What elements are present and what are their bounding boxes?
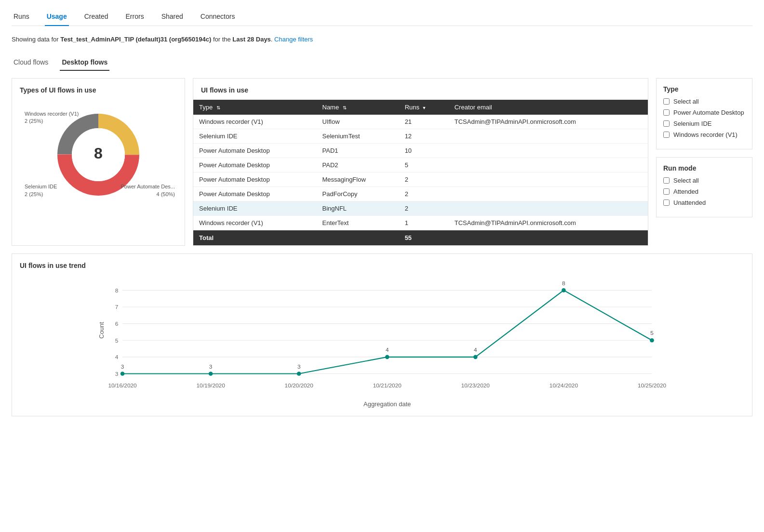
cell-name-2: PAD1 [317, 144, 399, 158]
donut-center-value: 8 [94, 145, 103, 162]
table-row[interactable]: Power Automate DesktopMessagingFlow2 [193, 173, 648, 187]
flow-tab-cloud-flows[interactable]: Cloud flows [12, 54, 50, 71]
run-mode-checkbox-1[interactable] [663, 188, 670, 195]
table-footer-row: Total 55 [193, 230, 648, 246]
run-mode-filter-option-0[interactable]: Select all [663, 177, 745, 184]
type-filter-label-0: Select all [673, 98, 699, 105]
data-label-5: 8 [562, 280, 565, 287]
trend-title: UI flows in use trend [20, 262, 744, 269]
cell-runs-0: 21 [399, 115, 449, 129]
donut-chart-container: 8 Windows recorder (V1) 2 (25%) Selenium… [20, 102, 177, 208]
env-name: Test_test_AdminAPI_TIP (default)31 (org5… [60, 36, 211, 43]
donut-title: Types of UI flows in use [20, 86, 177, 94]
table-row[interactable]: Power Automate DesktopPadForCopy2 [193, 187, 648, 201]
table-row[interactable]: Windows recorder (V1)EnterText1TCSAdmin@… [193, 216, 648, 230]
col-email: Creator email [449, 100, 648, 115]
x-label-0: 10/16/2020 [108, 382, 137, 389]
nav-item-shared[interactable]: Shared [160, 8, 185, 26]
cell-name-1: SeleniumTest [317, 129, 399, 144]
data-label-3: 4 [386, 346, 389, 353]
type-filter-option-0[interactable]: Select all [663, 98, 745, 105]
y-axis-label: Count [98, 322, 105, 339]
type-filter-option-3[interactable]: Windows recorder (V1) [663, 131, 745, 138]
type-filter-label-1: Power Automate Desktop [673, 109, 744, 116]
cell-type-1: Selenium IDE [193, 129, 317, 144]
table-header-row: Type ⇅ Name ⇅ Runs ▼ Creator email [193, 100, 648, 115]
subtitle-mid: for the [211, 36, 232, 43]
cell-email-3 [449, 158, 648, 173]
donut-panel: Types of UI flows in use 8 [12, 78, 185, 246]
subtitle-bar: Showing data for Test_test_AdminAPI_TIP … [12, 36, 752, 43]
flow-tabs: Cloud flowsDesktop flows [12, 54, 752, 70]
y-tick-7: 7 [115, 304, 119, 310]
x-label-4: 10/23/2020 [461, 382, 490, 389]
cell-name-6: BingNFL [317, 201, 399, 216]
trend-chart-area: 345678Count310/16/2020310/19/2020310/20/… [20, 273, 744, 408]
cell-type-2: Power Automate Desktop [193, 144, 317, 158]
type-filter-option-1[interactable]: Power Automate Desktop [663, 109, 745, 116]
table-row[interactable]: Selenium IDESeleniumTest12 [193, 129, 648, 144]
data-point-0 [121, 372, 125, 376]
footer-total: 55 [399, 230, 449, 246]
y-tick-5: 5 [115, 337, 119, 344]
run-mode-filter-section: Run mode Select allAttendedUnattended [656, 157, 752, 217]
cell-name-4: MessagingFlow [317, 173, 399, 187]
nav-item-connectors[interactable]: Connectors [199, 8, 237, 26]
nav-item-usage[interactable]: Usage [45, 8, 69, 26]
cell-type-0: Windows recorder (V1) [193, 115, 317, 129]
sort-icon-type: ⇅ [216, 105, 220, 110]
table-row[interactable]: Power Automate DesktopPAD110 [193, 144, 648, 158]
cell-name-5: PadForCopy [317, 187, 399, 201]
nav-item-created[interactable]: Created [82, 8, 110, 26]
table-row[interactable]: Windows recorder (V1)UIflow21TCSAdmin@TI… [193, 115, 648, 129]
top-navigation: RunsUsageCreatedErrorsSharedConnectors [12, 8, 752, 26]
col-type[interactable]: Type ⇅ [193, 100, 317, 115]
legend-power: Power Automate Des... 4 (50%) [121, 183, 175, 198]
table-panel: UI flows in use Type ⇅ Name ⇅ Runs ▼ Cre… [193, 78, 648, 246]
cell-email-0: TCSAdmin@TIPAdminAPI.onmicrosoft.com [449, 115, 648, 129]
col-name[interactable]: Name ⇅ [317, 100, 399, 115]
main-content: Types of UI flows in use 8 [12, 78, 752, 246]
x-label-2: 10/20/2020 [285, 382, 314, 389]
cell-type-3: Power Automate Desktop [193, 158, 317, 173]
flow-tab-desktop-flows[interactable]: Desktop flows [60, 54, 109, 71]
nav-item-runs[interactable]: Runs [12, 8, 31, 26]
type-filter-checkbox-2[interactable] [663, 120, 670, 127]
x-label-1: 10/19/2020 [197, 382, 226, 389]
cell-runs-7: 1 [399, 216, 449, 230]
table-row[interactable]: Selenium IDEBingNFL2 [193, 201, 648, 216]
type-filter-checkbox-1[interactable] [663, 109, 670, 116]
change-filters-link[interactable]: Change filters [274, 36, 313, 43]
type-filter-checkbox-0[interactable] [663, 98, 670, 105]
run-mode-filter-title: Run mode [663, 164, 745, 172]
type-filter-option-2[interactable]: Selenium IDE [663, 120, 745, 127]
run-mode-filter-option-2[interactable]: Unattended [663, 199, 745, 206]
table-row[interactable]: Power Automate DesktopPAD25 [193, 158, 648, 173]
run-mode-checkbox-0[interactable] [663, 177, 670, 184]
run-mode-label-1: Attended [673, 188, 698, 195]
ui-flows-table: Type ⇅ Name ⇅ Runs ▼ Creator email Windo… [193, 100, 648, 245]
nav-item-errors[interactable]: Errors [124, 8, 146, 26]
sort-icon-runs: ▼ [422, 106, 427, 110]
y-tick-8: 8 [115, 287, 119, 294]
data-point-6 [650, 338, 654, 343]
data-label-1: 3 [209, 363, 213, 370]
type-filter-checkbox-3[interactable] [663, 132, 670, 138]
footer-empty2 [449, 230, 648, 246]
run-mode-checkbox-2[interactable] [663, 200, 670, 206]
cell-runs-5: 2 [399, 187, 449, 201]
cell-email-2 [449, 144, 648, 158]
x-label-6: 10/25/2020 [638, 382, 667, 389]
cell-email-1 [449, 129, 648, 144]
trend-chart-svg: 345678Count310/16/2020310/19/2020310/20/… [20, 273, 744, 408]
table-body: Windows recorder (V1)UIflow21TCSAdmin@TI… [193, 115, 648, 230]
y-tick-4: 4 [115, 354, 119, 360]
legend-selenium: Selenium IDE 2 (25%) [25, 183, 57, 198]
run-mode-filter-option-1[interactable]: Attended [663, 188, 745, 195]
table-title: UI flows in use [193, 79, 648, 100]
footer-empty1 [317, 230, 399, 246]
cell-type-6: Selenium IDE [193, 201, 317, 216]
y-tick-6: 6 [115, 320, 119, 327]
period: Last 28 Days [232, 36, 271, 43]
run-mode-label-0: Select all [673, 177, 699, 184]
